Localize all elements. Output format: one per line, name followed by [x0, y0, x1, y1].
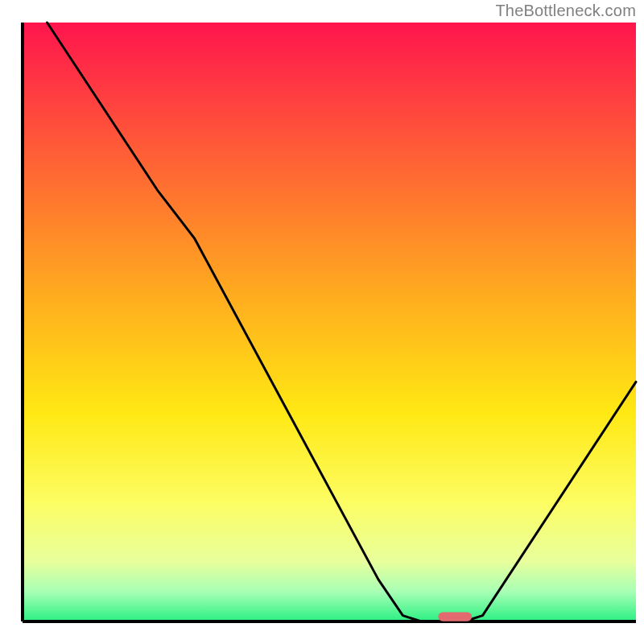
bottleneck-chart — [0, 0, 644, 644]
optimal-marker — [438, 613, 472, 621]
plot-background — [23, 23, 636, 621]
chart-svg — [0, 0, 644, 644]
watermark-text: TheBottleneck.com — [495, 2, 636, 20]
